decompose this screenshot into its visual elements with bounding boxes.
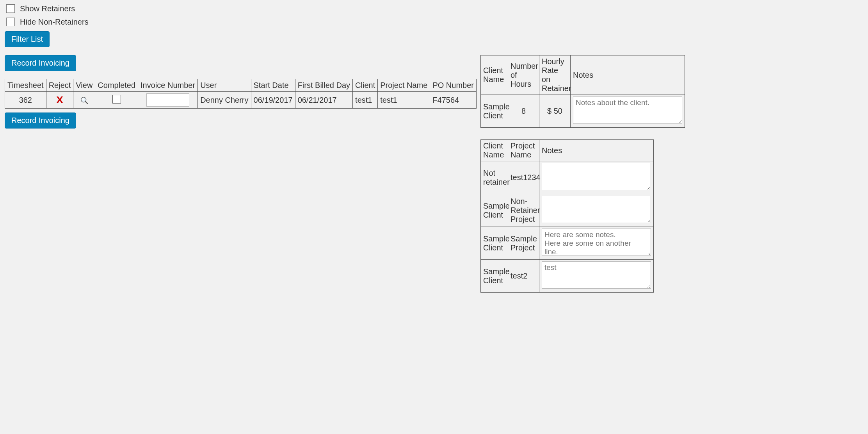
cell-client-name: Sample Client bbox=[481, 227, 508, 260]
col-user: User bbox=[198, 79, 251, 92]
timesheet-table: Timesheet Reject View Completed Invoice … bbox=[5, 79, 477, 109]
svg-point-1 bbox=[82, 98, 84, 100]
col-invoice-number: Invoice Number bbox=[138, 79, 198, 92]
col-start-date: Start Date bbox=[251, 79, 295, 92]
col-client-name: Client Name bbox=[481, 55, 508, 95]
svg-line-2 bbox=[85, 102, 88, 104]
hide-non-retainers-checkbox[interactable] bbox=[6, 18, 15, 26]
col-project-name: Project Name bbox=[378, 79, 430, 92]
col-project-name: Project Name bbox=[508, 140, 539, 161]
col-view: View bbox=[73, 79, 95, 92]
cell-project-name: Non-Retainer Project bbox=[508, 194, 539, 227]
col-client: Client bbox=[353, 79, 378, 92]
cell-project-name: Sample Project bbox=[508, 227, 539, 260]
table-row: Not retainer test1234 bbox=[481, 161, 654, 194]
project-notes-input[interactable] bbox=[542, 229, 651, 256]
hide-non-retainers-label: Hide Non-Retainers bbox=[20, 18, 89, 27]
record-invoicing-button-bottom[interactable]: Record Invoicing bbox=[5, 113, 76, 129]
cell-start-date: 06/19/2017 bbox=[251, 92, 295, 109]
cell-client: test1 bbox=[353, 92, 378, 109]
record-invoicing-button-top[interactable]: Record Invoicing bbox=[5, 55, 76, 71]
table-row: Sample Client Sample Project bbox=[481, 227, 654, 260]
projects-table: Client Name Project Name Notes Not retai… bbox=[480, 139, 654, 293]
reject-icon[interactable]: X bbox=[56, 95, 63, 105]
col-completed: Completed bbox=[95, 79, 138, 92]
show-retainers-checkbox[interactable] bbox=[6, 4, 15, 13]
col-reject: Reject bbox=[46, 79, 73, 92]
view-icon[interactable] bbox=[80, 96, 89, 105]
cell-project-name: test2 bbox=[508, 260, 539, 293]
cell-project: test1 bbox=[378, 92, 430, 109]
col-rate: Hourly Rate on Retainer bbox=[539, 55, 571, 95]
cell-client-name: Sample Client bbox=[481, 95, 508, 128]
col-first-billed-day: First Billed Day bbox=[295, 79, 352, 92]
cell-po: F47564 bbox=[430, 92, 477, 109]
show-retainers-label: Show Retainers bbox=[20, 4, 75, 13]
col-hours: Number of Hours bbox=[508, 55, 539, 95]
table-row: Sample Client Non-Retainer Project bbox=[481, 194, 654, 227]
col-timesheet: Timesheet bbox=[5, 79, 46, 92]
cell-timesheet: 362 bbox=[5, 92, 46, 109]
cell-user: Denny Cherry bbox=[198, 92, 251, 109]
table-row: Sample Client 8 $ 50 bbox=[481, 95, 685, 128]
cell-rate: $ 50 bbox=[539, 95, 571, 128]
cell-client-name: Not retainer bbox=[481, 161, 508, 194]
col-notes: Notes bbox=[571, 55, 685, 95]
col-po-number: PO Number bbox=[430, 79, 477, 92]
table-row: 362 X bbox=[5, 92, 477, 109]
project-notes-input[interactable] bbox=[542, 163, 651, 190]
invoice-number-input[interactable] bbox=[146, 93, 189, 107]
cell-first-billed-day: 06/21/2017 bbox=[295, 92, 352, 109]
project-notes-input[interactable] bbox=[542, 196, 651, 223]
cell-hours: 8 bbox=[508, 95, 539, 128]
retainer-notes-input[interactable] bbox=[573, 96, 682, 124]
cell-client-name: Sample Client bbox=[481, 194, 508, 227]
filter-list-button[interactable]: Filter List bbox=[5, 31, 50, 47]
col-notes: Notes bbox=[539, 140, 654, 161]
col-client-name: Client Name bbox=[481, 140, 508, 161]
table-row: Sample Client test2 bbox=[481, 260, 654, 293]
cell-project-name: test1234 bbox=[508, 161, 539, 194]
cell-client-name: Sample Client bbox=[481, 260, 508, 293]
project-notes-input[interactable] bbox=[542, 261, 651, 289]
completed-checkbox[interactable] bbox=[112, 95, 121, 104]
retainer-table: Client Name Number of Hours Hourly Rate … bbox=[480, 55, 685, 128]
